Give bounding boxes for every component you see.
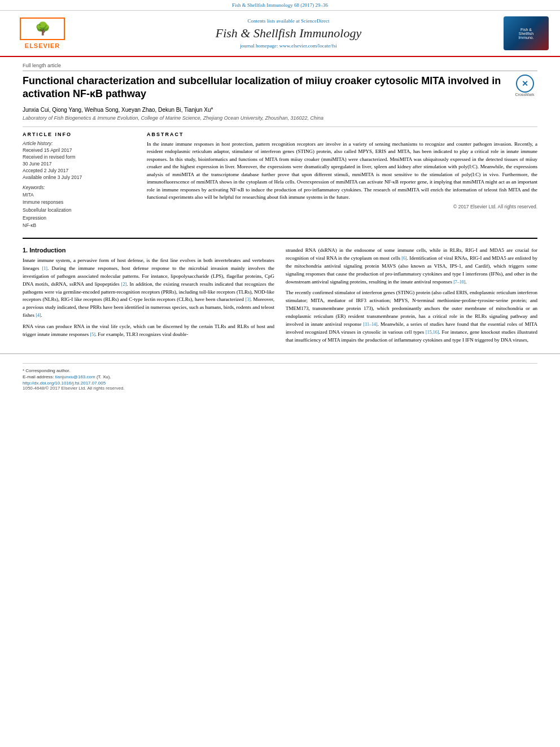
keyword-4: Expression bbox=[23, 215, 135, 222]
journal-logo-image: Fish &ShellfishImmuno. bbox=[504, 16, 549, 50]
elsevier-wordmark: ELSEVIER bbox=[25, 42, 60, 49]
contents-available-line: Contents lists available at ScienceDirec… bbox=[73, 18, 504, 24]
intro-para-right-2: The recently confirmed stimulator of int… bbox=[286, 289, 537, 344]
abstract-heading: Abstract bbox=[147, 132, 537, 137]
keywords-section: Keywords: MITA Immune responses Subcellu… bbox=[23, 185, 135, 230]
body-left-col: 1. Introduction Innate immune system, a … bbox=[23, 247, 274, 348]
doi-link[interactable]: http://dx.doi.org/10.1016/j.fsi.2017.07.… bbox=[23, 381, 537, 386]
ref-4: [4] bbox=[36, 313, 41, 318]
journal-citation: Fish & Shellfish Immunology 68 (2017) 29… bbox=[232, 2, 328, 8]
body-right-col: stranded RNA (dsRNA) in the endosome of … bbox=[286, 247, 537, 348]
journal-homepage-line: journal homepage: www.elsevier.com/locat… bbox=[73, 43, 504, 49]
elsevier-tree-box: 🌳 bbox=[20, 18, 65, 40]
received-revised-label: Received in revised form bbox=[23, 154, 135, 160]
received-revised-date: 30 June 2017 bbox=[23, 161, 135, 167]
email-suffix: (T. Xu). bbox=[97, 374, 111, 379]
main-content: Full length article Functional character… bbox=[0, 57, 560, 353]
accepted-date: Accepted 2 July 2017 bbox=[23, 168, 135, 173]
ref-5: [5] bbox=[90, 332, 95, 337]
body-two-col: 1. Introduction Innate immune system, a … bbox=[23, 247, 537, 348]
crossmark-label: CrossMark bbox=[515, 93, 535, 97]
ref-7-10: [7–10] bbox=[453, 279, 465, 285]
homepage-link[interactable]: www.elsevier.com/locate/fsi bbox=[279, 43, 337, 49]
authors-line: Junxia Cui, Qiong Yang, Weihua Song, Xue… bbox=[23, 107, 537, 113]
email-line: E-mail address: tianjunxu@163.com (T. Xu… bbox=[23, 374, 537, 379]
article-info-column: Article Info Article history: Received 1… bbox=[23, 132, 135, 230]
keyword-1: MITA bbox=[23, 191, 135, 199]
abstract-column: Abstract In the innate immune responses … bbox=[147, 132, 537, 230]
footer: * Corresponding author. E-mail address: … bbox=[0, 353, 560, 395]
journal-citation-bar: Fish & Shellfish Immunology 68 (2017) 29… bbox=[0, 0, 560, 11]
issn-line: 1050-4648/© 2017 Elsevier Ltd. All right… bbox=[23, 386, 537, 391]
sciencedirect-link[interactable]: ScienceDirect bbox=[301, 18, 329, 24]
ref-6: [6] bbox=[401, 256, 406, 261]
received-date: Received 15 April 2017 bbox=[23, 147, 135, 153]
crossmark-icon: ✕ bbox=[516, 75, 534, 93]
elsevier-logo-block: 🌳 ELSEVIER bbox=[11, 18, 73, 49]
history-label: Article history: bbox=[23, 141, 135, 146]
section-divider bbox=[23, 238, 537, 239]
intro-para-1: Innate immune system, a pervasive form o… bbox=[23, 257, 274, 320]
introduction-heading: 1. Introduction bbox=[23, 247, 274, 254]
crossmark-block: ✕ CrossMark bbox=[512, 75, 537, 97]
affiliation-line: Laboratory of Fish Biogenetics & Immune … bbox=[23, 115, 537, 121]
ref-15-16: [15,16] bbox=[426, 330, 439, 335]
author-email[interactable]: tianjunxu@163.com bbox=[55, 374, 95, 379]
intro-para-right-1: stranded RNA (dsRNA) in the endosome of … bbox=[286, 247, 537, 286]
corresponding-author-note: * Corresponding author. bbox=[23, 368, 537, 373]
keyword-3: Subcellular localization bbox=[23, 207, 135, 215]
ref-3: [3] bbox=[246, 297, 251, 302]
available-online-date: Available online 3 July 2017 bbox=[23, 174, 135, 180]
article-info-abstract-section: Article Info Article history: Received 1… bbox=[23, 126, 537, 230]
article-title: Functional characterization and subcellu… bbox=[23, 75, 506, 101]
keywords-label: Keywords: bbox=[23, 185, 135, 190]
ref-2: [2] bbox=[121, 282, 126, 287]
article-info-heading: Article Info bbox=[23, 132, 135, 137]
journal-header: 🌳 ELSEVIER Contents lists available at S… bbox=[0, 11, 560, 57]
journal-logo-text: Fish &ShellfishImmuno. bbox=[518, 28, 533, 40]
keyword-2: Immune responses bbox=[23, 199, 135, 207]
footer-divider bbox=[23, 363, 537, 364]
ref-1: [1] bbox=[42, 266, 47, 271]
article-title-section: Functional characterization and subcellu… bbox=[23, 75, 537, 101]
keyword-5: NF-κB bbox=[23, 222, 135, 230]
abstract-text: In the innate immune responses in host p… bbox=[147, 141, 537, 202]
copyright-notice: © 2017 Elsevier Ltd. All rights reserved… bbox=[147, 204, 537, 209]
article-type-label: Full length article bbox=[23, 63, 537, 71]
ref-11-14: [11–14] bbox=[364, 322, 378, 327]
journal-center-info: Contents lists available at ScienceDirec… bbox=[73, 18, 504, 49]
elsevier-tree-icon: 🌳 bbox=[35, 21, 50, 36]
intro-para-2: RNA virus can produce RNA in the viral l… bbox=[23, 323, 274, 339]
journal-title: Fish & Shellfish Immunology bbox=[73, 26, 504, 41]
